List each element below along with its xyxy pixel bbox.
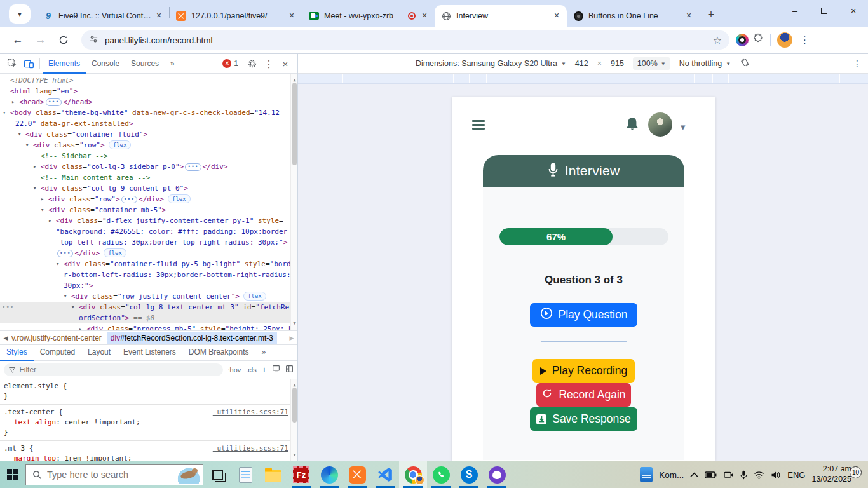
tray-app-icon[interactable]	[640, 467, 653, 482]
css-rule[interactable]: element.style {}	[0, 379, 297, 405]
more-panels-icon[interactable]: »	[165, 54, 180, 74]
collapse-arrow-icon[interactable]: ▾	[71, 302, 74, 313]
styles-filter-input[interactable]	[19, 365, 217, 374]
taskbar-skype[interactable]: S	[455, 461, 483, 488]
stylesheet-link[interactable]: _utilities.scss:71	[213, 444, 288, 454]
address-bar[interactable]: panel.lilylist.com/record.html ☆	[81, 30, 729, 50]
notification-bell-icon[interactable]	[625, 116, 640, 135]
css-property[interactable]: margin-top: 1rem !important;	[4, 454, 288, 461]
tab-xampp-panel[interactable]: ⤫ 127.0.0.1/panel/five9/ ×	[170, 5, 302, 27]
flex-badge[interactable]: flex	[109, 140, 132, 149]
volume-icon[interactable]	[771, 471, 781, 479]
search-highlight-image[interactable]	[176, 466, 201, 484]
styles-scrollbar[interactable]: ▲ ▼	[290, 379, 297, 461]
css-property[interactable]: text-align: center !important;	[4, 417, 288, 428]
devtools-tab-sources[interactable]: Sources	[125, 54, 165, 74]
dom-tree-line[interactable]: ▸<div class="row">•••</div>flex	[0, 194, 290, 205]
screen-recorder-extension-icon[interactable]	[736, 34, 749, 46]
collapse-arrow-icon[interactable]: ▾	[18, 129, 21, 140]
expand-arrow-icon[interactable]: ▸	[48, 215, 51, 226]
task-view-button[interactable]	[203, 461, 231, 488]
more-styles-tabs-icon[interactable]: »	[255, 344, 273, 361]
taskbar-xampp[interactable]: ⤫	[343, 461, 371, 488]
save-response-button[interactable]: Save Response	[530, 407, 637, 431]
dom-tree-line[interactable]: ▸<head>•••</head>	[0, 97, 290, 107]
tab-search-button[interactable]: ▾	[9, 4, 31, 24]
dom-tree-line[interactable]: ordSection"> == $0	[0, 313, 290, 323]
tab-close-icon[interactable]: ×	[154, 11, 164, 21]
devtools-tab-console[interactable]: Console	[86, 54, 125, 74]
close-window-button[interactable]: ×	[839, 0, 868, 22]
profile-avatar[interactable]	[777, 32, 792, 48]
new-style-rule-button[interactable]: +	[262, 365, 267, 375]
new-tab-button[interactable]: +	[703, 6, 719, 23]
dom-tree-line[interactable]: 22.0" data-gr-ext-installed>	[0, 118, 290, 129]
collapse-arrow-icon[interactable]: ▾	[3, 107, 6, 118]
maximize-button[interactable]	[810, 0, 839, 22]
tab-event-listeners[interactable]: Event Listeners	[117, 344, 182, 361]
breadcrumb-left-arrow-icon[interactable]: ◀	[0, 335, 11, 341]
taskbar-edge[interactable]	[315, 461, 343, 488]
dom-tree-line[interactable]: "background: #42655E; color: #fff; paddi…	[0, 226, 290, 237]
dom-tree-line[interactable]: ▾<div class="col-lg-9 content pt-0">	[0, 183, 290, 194]
account-chevron-down-icon[interactable]: ▾	[681, 121, 686, 133]
css-rule[interactable]: _utilities.scss:71.text-center {text-ali…	[0, 405, 297, 441]
hamburger-menu-icon[interactable]	[472, 120, 485, 132]
battery-icon[interactable]	[705, 471, 717, 478]
tab-layout[interactable]: Layout	[81, 344, 117, 361]
dom-tree-line[interactable]: ▾<div class="row">flex	[0, 140, 290, 151]
dom-tree-line[interactable]: ▸<div class="d-flex justify-content-cent…	[0, 215, 290, 226]
site-settings-icon[interactable]	[89, 34, 98, 46]
devtools-settings-gear-icon[interactable]	[244, 55, 261, 72]
collapse-arrow-icon[interactable]: ▾	[33, 183, 36, 194]
inspect-element-icon[interactable]	[4, 55, 20, 72]
minimize-button[interactable]: –	[780, 0, 810, 22]
tab-close-icon[interactable]: ×	[552, 11, 562, 21]
expand-arrow-icon[interactable]: ▸	[33, 161, 36, 172]
microphone-tray-icon[interactable]	[740, 470, 747, 480]
flex-badge[interactable]: flex	[243, 292, 266, 301]
taskbar-vscode[interactable]	[371, 461, 399, 488]
flex-badge[interactable]: flex	[104, 248, 126, 257]
styles-filter-input-wrap[interactable]	[4, 363, 223, 376]
devtools-close-icon[interactable]: ×	[277, 55, 294, 72]
flex-badge[interactable]: flex	[168, 194, 191, 203]
dom-tree-line[interactable]: ▾<div class="container-fluid">	[0, 129, 290, 140]
play-recording-button[interactable]: Play Recording	[532, 359, 635, 383]
dom-tree-line[interactable]: •••</div>flex	[0, 248, 290, 259]
collapsed-content-icon[interactable]: •••	[121, 196, 137, 203]
user-avatar[interactable]	[648, 112, 672, 137]
throttling-select[interactable]: No throttling ▼	[679, 59, 731, 68]
expand-arrow-icon[interactable]: ▸	[79, 323, 82, 330]
bookmark-star-icon[interactable]: ☆	[713, 34, 722, 46]
audio-player-line[interactable]	[541, 341, 627, 342]
device-height-value[interactable]: 915	[611, 59, 624, 68]
collapse-arrow-icon[interactable]: ▾	[56, 259, 59, 269]
tab-close-icon[interactable]: ×	[419, 11, 430, 21]
dom-tree-line[interactable]: ▾<body class="theme-bg-white" data-new-g…	[0, 107, 290, 118]
dom-tree-line[interactable]: <!-- Sidebar -->	[0, 151, 290, 161]
device-menu-icon[interactable]: ⋮	[853, 58, 862, 69]
collapse-arrow-icon[interactable]: ▾	[64, 291, 67, 302]
tab-close-icon[interactable]: ×	[287, 11, 297, 21]
extensions-puzzle-icon[interactable]	[752, 33, 764, 47]
forward-button[interactable]: →	[32, 31, 50, 49]
taskbar-search-input[interactable]	[47, 470, 155, 480]
toggle-classes[interactable]: .cls	[246, 366, 257, 374]
tab-buttons-one-line[interactable]: Buttons in One Line ×	[567, 5, 699, 27]
expand-arrow-icon[interactable]: ▸	[11, 97, 15, 107]
tab-dom-breakpoints[interactable]: DOM Breakpoints	[182, 344, 255, 361]
tab-close-icon[interactable]: ×	[684, 11, 694, 21]
dom-tree-line[interactable]: <!DOCTYPE html>	[0, 75, 290, 86]
taskbar-filezilla[interactable]: Fz	[287, 461, 315, 488]
rendering-emulation-icon[interactable]	[272, 364, 280, 376]
dom-tree-line[interactable]: r-bottom-left-radius: 30px;border-bottom…	[0, 269, 290, 280]
play-question-button[interactable]: Play Question	[530, 303, 637, 327]
dom-tree-line[interactable]: ▸<div class="progress mb-5" style="heigh…	[0, 323, 290, 330]
collapsed-content-icon[interactable]: •••	[46, 98, 62, 106]
dom-tree-line[interactable]: ▾<div class="container mb-5">	[0, 205, 290, 215]
tab-styles[interactable]: Styles	[0, 344, 34, 361]
dom-tree-line[interactable]: <!-- Main content area -->	[0, 172, 290, 183]
dom-tree-line[interactable]: ▾<div class="container-fluid py-5 bg-lig…	[0, 259, 290, 269]
collapsed-content-icon[interactable]: •••	[57, 250, 73, 257]
